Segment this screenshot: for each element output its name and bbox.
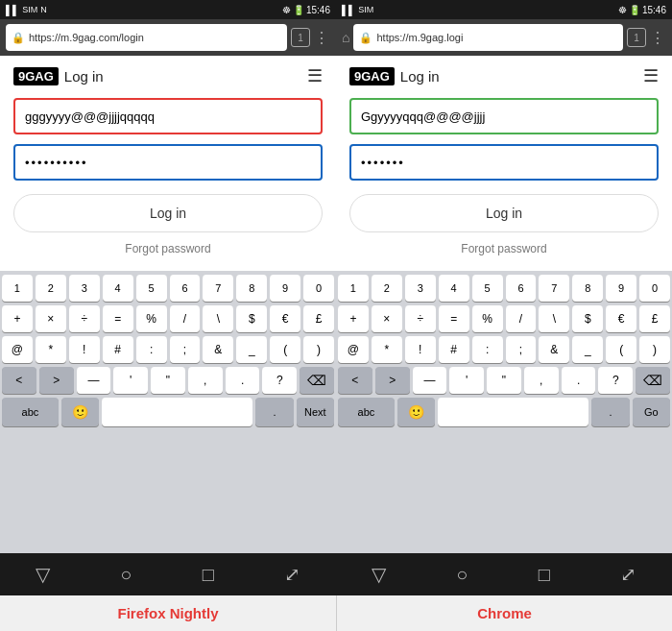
- key-2-right[interactable]: 2: [372, 275, 402, 302]
- key-bksp-right[interactable]: ⌫: [636, 367, 670, 394]
- key-8-right[interactable]: 8: [572, 275, 603, 302]
- nav-recents-left[interactable]: □: [203, 564, 214, 586]
- key-plus-right[interactable]: +: [338, 305, 369, 332]
- key-4-left[interactable]: 4: [103, 275, 133, 302]
- key-emoji-right[interactable]: 🙂: [397, 398, 435, 426]
- key-7-right[interactable]: 7: [539, 275, 569, 302]
- key-dq-right[interactable]: ": [487, 367, 521, 394]
- key-comma-left[interactable]: ,: [188, 367, 223, 394]
- key-pound-right[interactable]: £: [639, 305, 670, 332]
- key-space-left[interactable]: [102, 398, 252, 426]
- key-amp-right[interactable]: &: [539, 336, 569, 363]
- key-at-left[interactable]: @: [2, 336, 33, 363]
- key-dollar-left[interactable]: $: [236, 305, 267, 332]
- key-colon-left[interactable]: :: [136, 336, 167, 363]
- key-qmark-right[interactable]: ?: [598, 367, 633, 394]
- key-1-right[interactable]: 1: [338, 275, 369, 302]
- key-dot-right[interactable]: .: [562, 367, 596, 394]
- key-7-left[interactable]: 7: [203, 275, 233, 302]
- key-lpar-right[interactable]: (: [606, 336, 636, 363]
- key-qmark-left[interactable]: ?: [262, 367, 297, 394]
- key-abc-left[interactable]: abc: [2, 398, 59, 426]
- key-0-right[interactable]: 0: [639, 275, 670, 302]
- key-amp-left[interactable]: &: [203, 336, 233, 363]
- url-bar-right[interactable]: 🔒 https://m.9gag.logi: [353, 24, 623, 51]
- key-bslash-left[interactable]: \: [203, 305, 233, 332]
- key-slash-left[interactable]: /: [170, 305, 201, 332]
- key-bslash-right[interactable]: \: [539, 305, 569, 332]
- key-go-right[interactable]: Go: [633, 398, 670, 426]
- key-times-left[interactable]: ×: [36, 305, 66, 332]
- key-6-left[interactable]: 6: [170, 275, 201, 302]
- menu-dots-right[interactable]: ⋮: [650, 29, 666, 47]
- forgot-password-right[interactable]: Forgot password: [349, 242, 659, 261]
- key-8-left[interactable]: 8: [236, 275, 267, 302]
- key-9-left[interactable]: 9: [270, 275, 300, 302]
- key-6-right[interactable]: 6: [506, 275, 537, 302]
- email-input-right[interactable]: [349, 98, 659, 134]
- key-gt-right[interactable]: >: [375, 367, 410, 394]
- key-emoji-left[interactable]: 🙂: [61, 398, 99, 426]
- key-abc-right[interactable]: abc: [338, 398, 395, 426]
- key-lt-right[interactable]: <: [338, 367, 372, 394]
- nav-back-left[interactable]: ▽: [36, 563, 50, 586]
- nav-home-left[interactable]: ○: [120, 564, 132, 586]
- key-dash-left[interactable]: —: [77, 367, 111, 394]
- key-bksp-left[interactable]: ⌫: [300, 367, 334, 394]
- forgot-password-left[interactable]: Forgot password: [13, 242, 323, 261]
- key-sq-left[interactable]: ': [113, 367, 148, 394]
- key-3-right[interactable]: 3: [405, 275, 436, 302]
- key-semi-right[interactable]: ;: [506, 336, 537, 363]
- key-excl-right[interactable]: !: [405, 336, 436, 363]
- home-icon-right[interactable]: ⌂: [342, 30, 349, 45]
- key-lpar-left[interactable]: (: [270, 336, 300, 363]
- login-button-left[interactable]: Log in: [13, 194, 323, 232]
- tab-count-left[interactable]: 1: [291, 28, 310, 47]
- key-slash-right[interactable]: /: [506, 305, 537, 332]
- key-period-right[interactable]: .: [591, 398, 629, 426]
- key-2-left[interactable]: 2: [36, 275, 66, 302]
- key-next-left[interactable]: Next: [297, 398, 334, 426]
- key-euro-right[interactable]: €: [606, 305, 636, 332]
- key-rpar-right[interactable]: ): [639, 336, 670, 363]
- key-gt-left[interactable]: >: [39, 367, 74, 394]
- nav-back-right[interactable]: ▽: [372, 563, 386, 586]
- key-div-left[interactable]: ÷: [69, 305, 100, 332]
- nav-home-right[interactable]: ○: [456, 564, 468, 586]
- key-dq-left[interactable]: ": [151, 367, 185, 394]
- key-colon-right[interactable]: :: [472, 336, 503, 363]
- key-dollar-right[interactable]: $: [572, 305, 603, 332]
- key-rpar-left[interactable]: ): [303, 336, 334, 363]
- key-0-left[interactable]: 0: [303, 275, 334, 302]
- firefox-browser-bar[interactable]: 🔒 https://m.9gag.com/login 1 ⋮: [0, 19, 336, 56]
- key-1-left[interactable]: 1: [2, 275, 33, 302]
- key-at-right[interactable]: @: [338, 336, 369, 363]
- key-dash-right[interactable]: —: [413, 367, 447, 394]
- login-button-right[interactable]: Log in: [349, 194, 659, 232]
- menu-dots-left[interactable]: ⋮: [314, 29, 330, 47]
- key-star-left[interactable]: *: [36, 336, 66, 363]
- key-hash-left[interactable]: #: [103, 336, 133, 363]
- chrome-browser-bar[interactable]: ⌂ 🔒 https://m.9gag.logi 1 ⋮: [336, 19, 672, 56]
- nav-custom-right[interactable]: ⤢: [620, 563, 636, 586]
- key-excl-left[interactable]: !: [69, 336, 100, 363]
- key-3-left[interactable]: 3: [69, 275, 100, 302]
- key-comma-right[interactable]: ,: [524, 367, 559, 394]
- password-input-left[interactable]: [13, 144, 323, 181]
- key-under-left[interactable]: _: [236, 336, 267, 363]
- key-4-right[interactable]: 4: [439, 275, 469, 302]
- key-pound-left[interactable]: £: [303, 305, 334, 332]
- nav-recents-right[interactable]: □: [539, 564, 550, 586]
- key-lt-left[interactable]: <: [2, 367, 36, 394]
- key-5-right[interactable]: 5: [472, 275, 503, 302]
- email-input-left[interactable]: [13, 98, 323, 134]
- nav-custom-left[interactable]: ⤢: [284, 563, 300, 586]
- key-hash-right[interactable]: #: [439, 336, 469, 363]
- password-input-right[interactable]: [349, 144, 659, 181]
- hamburger-left[interactable]: ☰: [307, 65, 323, 86]
- key-sq-right[interactable]: ': [449, 367, 484, 394]
- key-semi-left[interactable]: ;: [170, 336, 201, 363]
- hamburger-right[interactable]: ☰: [643, 65, 659, 86]
- tab-count-right[interactable]: 1: [627, 28, 646, 47]
- key-plus-left[interactable]: +: [2, 305, 33, 332]
